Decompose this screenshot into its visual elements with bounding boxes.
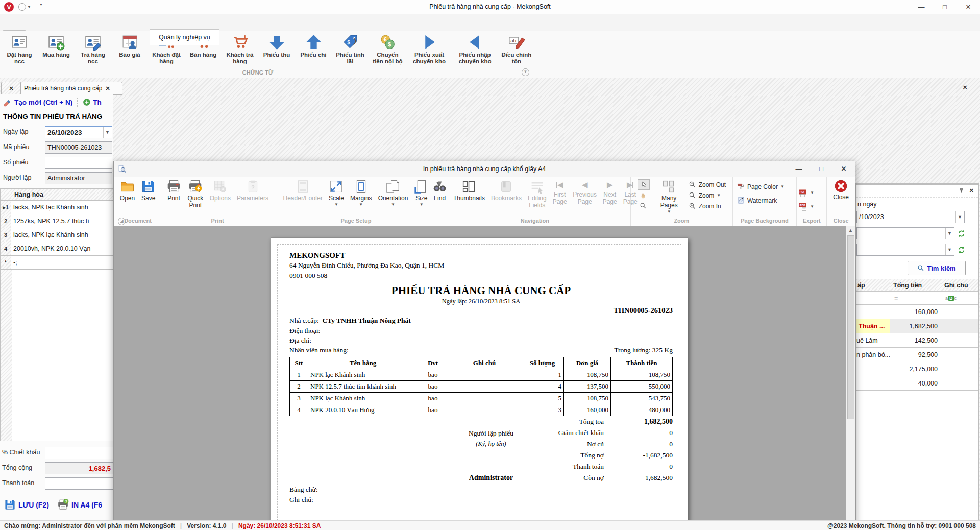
minimize-button[interactable]: — bbox=[910, 0, 933, 14]
dialog-titlebar[interactable]: In phiếu trả hàng nhà cung cấp khổ giấy … bbox=[114, 161, 855, 177]
maximize-button[interactable]: □ bbox=[933, 0, 957, 14]
scale-button[interactable]: Scale▼ bbox=[326, 178, 347, 207]
col-total[interactable]: Tổng tiền bbox=[890, 279, 941, 292]
filter-row[interactable]: = aBc bbox=[856, 292, 978, 305]
date-input[interactable]: 26/10/2023▼ bbox=[45, 126, 112, 138]
print-a4-button[interactable]: IN A4 (F6 bbox=[57, 499, 102, 511]
col-supplier[interactable]: ấp bbox=[856, 279, 890, 292]
filter-combo-2[interactable]: ▼ bbox=[856, 244, 954, 256]
group-close: Close Close bbox=[827, 177, 855, 226]
creator-input[interactable]: Administrator bbox=[45, 172, 112, 184]
person-card-pencil-icon bbox=[85, 34, 102, 51]
table-row[interactable]: uế Lâm 142,500 bbox=[856, 333, 978, 348]
open-button[interactable]: Open bbox=[117, 178, 138, 203]
khach-tra-hang-button[interactable]: Khách trả hàng bbox=[222, 32, 258, 65]
dat-hang-ncc-button[interactable]: Đặt hàng ncc bbox=[1, 32, 38, 65]
phieu-chi-button[interactable]: Phiếu chi bbox=[295, 32, 332, 58]
group-page-setup: Header/Footer Scale▼ Margins▼ Orientatio… bbox=[273, 177, 439, 226]
refresh-icon[interactable] bbox=[957, 229, 966, 238]
close-button[interactable]: ✕ bbox=[957, 0, 980, 14]
vertical-scrollbar[interactable]: ▲ ▼ bbox=[846, 226, 855, 530]
save-button[interactable]: LƯU (F2) bbox=[4, 499, 49, 511]
new-button[interactable]: Tạo mới (Ctrl + N) bbox=[14, 99, 72, 106]
page-setup-launcher-icon[interactable]: ◢ bbox=[118, 218, 126, 225]
pin-icon[interactable] bbox=[958, 187, 965, 194]
chuyen-tien-noi-bo-button[interactable]: Chuyển tiền nội bộ bbox=[369, 32, 407, 65]
mua-hang-button[interactable]: Mua hàng bbox=[38, 32, 75, 58]
preview-surface[interactable]: MEKONGSOFT 64 Nguyễn Đình Chiểu, Phường … bbox=[114, 226, 855, 530]
print-button[interactable]: Print bbox=[163, 178, 184, 203]
chevron-down-icon: ▼ bbox=[810, 191, 814, 194]
dieu-chinh-ton-button[interactable]: Điều chỉnh tồn bbox=[498, 32, 535, 65]
find-button[interactable]: Find bbox=[429, 178, 450, 203]
group-launcher-icon[interactable]: ▼ bbox=[522, 68, 529, 76]
page-color-button[interactable]: Page Color▼ bbox=[737, 181, 785, 192]
pdf-export-icon bbox=[798, 188, 807, 198]
close-tab-icon[interactable]: ✕ bbox=[105, 85, 110, 92]
filter-date-input[interactable]: /10/2023▼ bbox=[856, 211, 965, 223]
filter-combo-row: ▼ bbox=[856, 244, 978, 256]
phieu-nhap-chuyen-kho-button[interactable]: Phiếu nhập chuyển kho bbox=[452, 32, 498, 65]
thumbnails-button[interactable]: Thumbnails bbox=[450, 178, 488, 203]
hand-tool-button[interactable] bbox=[638, 190, 649, 200]
many-pages-button[interactable]: Many Pages▼ bbox=[652, 178, 687, 214]
dropdown-icon[interactable]: ▼ bbox=[955, 211, 962, 223]
email-pdf-button[interactable]: ▼ bbox=[798, 201, 814, 212]
table-row-selected[interactable]: Thuận ... 1,682,500 bbox=[856, 319, 978, 333]
search-button[interactable]: Tìm kiếm bbox=[908, 261, 966, 275]
discount-input[interactable] bbox=[45, 447, 113, 459]
export-pdf-button[interactable]: ▼ bbox=[798, 187, 814, 198]
close-all-tab[interactable]: ✕ bbox=[1, 82, 21, 95]
welcome-text: Chào mừng: Administrator đến với phần mề… bbox=[4, 522, 175, 529]
table-row[interactable]: 40,000 bbox=[856, 376, 978, 391]
table-row[interactable]: 3lacks, NPK lạc Khánh sinh bbox=[0, 228, 113, 242]
table-row[interactable]: 160,000 bbox=[856, 305, 978, 319]
panel-close-icon[interactable]: ✕ bbox=[969, 187, 974, 194]
bao-gia-button[interactable]: Báo giá bbox=[111, 32, 148, 58]
payment-input[interactable] bbox=[45, 477, 113, 490]
dialog-maximize-button[interactable]: □ bbox=[810, 161, 832, 177]
pointer-icon bbox=[640, 181, 647, 188]
dropdown-icon[interactable]: ▼ bbox=[945, 244, 952, 255]
save-button[interactable]: Save bbox=[138, 178, 159, 203]
dialog-minimize-button[interactable]: — bbox=[788, 161, 810, 177]
margins-button[interactable]: Margins▼ bbox=[347, 178, 375, 207]
table-row[interactable]: 420010vh, NPK 20.0.10 Vạn bbox=[0, 242, 113, 256]
total-input[interactable]: 1,682,5 bbox=[45, 462, 113, 474]
tab-quan-ly-nghiep-vu[interactable]: Quản lý nghiệp vụ bbox=[150, 29, 219, 45]
col-note[interactable]: Ghi chú bbox=[941, 279, 978, 292]
zoom-out-button[interactable]: Zoom Out bbox=[689, 179, 726, 190]
grid-header[interactable]: Hàng hóa bbox=[11, 188, 113, 201]
number-input[interactable] bbox=[45, 157, 112, 169]
document-tab[interactable]: Phiếu trả hàng nhà cung cấp ✕ bbox=[20, 82, 122, 95]
dropdown-icon[interactable]: ▼ bbox=[945, 228, 952, 239]
phieu-thu-button[interactable]: Phiếu thu bbox=[258, 32, 295, 58]
refresh-icon[interactable] bbox=[957, 246, 966, 254]
next-page-button: ▶Next Page bbox=[600, 178, 620, 207]
phieu-xuat-chuyen-kho-button[interactable]: Phiếu xuất chuyển kho bbox=[407, 32, 452, 65]
zoom-button[interactable]: Zoom▼ bbox=[689, 190, 726, 201]
table-row[interactable]: ▸1lacks, NPK lạc Khánh sinh bbox=[0, 201, 113, 214]
dialog-close-button: ✕ bbox=[832, 161, 855, 177]
code-input[interactable]: THN00005-261023 bbox=[45, 141, 112, 154]
quick-print-button[interactable]: Quick Print bbox=[184, 178, 207, 210]
table-row[interactable]: 2,175,000 bbox=[856, 362, 978, 376]
magnifier-button[interactable] bbox=[638, 201, 649, 210]
dropdown-icon[interactable]: ▼ bbox=[103, 127, 110, 138]
close-preview-button[interactable]: Close bbox=[830, 178, 852, 202]
tabstrip-close-icon[interactable]: ✕ bbox=[963, 84, 967, 91]
orientation-button[interactable]: Orientation▼ bbox=[375, 178, 411, 207]
tra-hang-ncc-button[interactable]: Trả hàng ncc bbox=[75, 32, 111, 65]
add-button-fragment[interactable]: Th bbox=[93, 99, 102, 106]
first-page-icon: ◀ bbox=[556, 179, 564, 190]
mouse-pointer-button[interactable] bbox=[638, 179, 650, 190]
table-row[interactable]: 21257ks, NPK 12.5.7 thúc tí bbox=[0, 214, 113, 228]
table-row[interactable]: n phân bó... 92,500 bbox=[856, 348, 978, 362]
table-row-new[interactable]: *-; bbox=[0, 256, 113, 270]
filter-combo-1[interactable]: ▼ bbox=[856, 227, 954, 239]
watermark-button[interactable]: Watermark bbox=[737, 195, 777, 206]
scroll-up-icon[interactable]: ▲ bbox=[846, 226, 855, 234]
scrollbar-thumb[interactable] bbox=[847, 235, 854, 419]
phieu-tinh-lai-button[interactable]: Phiếu tính lãi bbox=[332, 32, 369, 65]
zoom-in-button[interactable]: Zoom In bbox=[689, 201, 726, 211]
